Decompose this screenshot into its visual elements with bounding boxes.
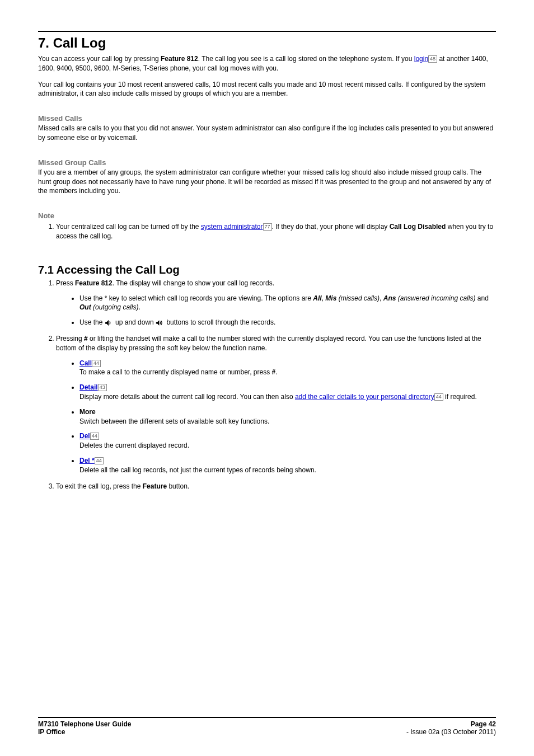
- footer-page-number: Page 42: [471, 720, 496, 728]
- login-link[interactable]: login: [414, 55, 428, 63]
- heading-accessing: 7.1 Accessing the Call Log: [38, 264, 496, 276]
- footer-product: IP Office: [38, 728, 65, 736]
- text: To make a call to the currently displaye…: [79, 368, 272, 376]
- text: or lifting the handset will make a call …: [56, 335, 481, 352]
- text: . The call log you see is a call log sto…: [198, 55, 414, 63]
- text: buttons to scroll through the records.: [165, 318, 275, 326]
- text: Press: [56, 279, 75, 287]
- feature-812: Feature 812: [75, 279, 113, 287]
- function-detail: Detail43 Display more details about the …: [79, 383, 496, 402]
- step-3: To exit the call log, press the Feature …: [56, 482, 496, 491]
- opt-out-desc: (outgoing calls): [91, 303, 139, 311]
- call-ref[interactable]: 44: [92, 360, 101, 367]
- steps-list: Press Feature 812. The display will chan…: [38, 279, 496, 491]
- del-star-link[interactable]: Del *: [79, 457, 95, 464]
- step-1: Press Feature 812. The display will chan…: [56, 279, 496, 327]
- step2-functions: Call44 To make a call to the currently d…: [56, 359, 496, 475]
- page-content: 7. Call Log You can access your call log…: [0, 0, 534, 491]
- del-ref[interactable]: 44: [90, 433, 99, 440]
- text: Delete all the call log records, not jus…: [79, 466, 316, 474]
- login-page-ref[interactable]: 48: [428, 55, 437, 63]
- page-footer: M7310 Telephone User Guide Page 42 IP Of…: [38, 717, 496, 736]
- call-log-disabled: Call Log Disabled: [390, 223, 446, 231]
- footer-guide-title: M7310 Telephone User Guide: [38, 720, 132, 728]
- missed-group-body: If you are a member of any groups, the s…: [38, 168, 496, 196]
- opt-ans: Ans: [383, 294, 396, 302]
- step1-bullet-options: Use the * key to select which call log r…: [79, 294, 496, 313]
- detail-ref[interactable]: 43: [98, 384, 107, 391]
- feature-812: Feature 812: [161, 55, 198, 63]
- detail-link[interactable]: Detail: [79, 383, 98, 391]
- text: and: [475, 294, 488, 302]
- del-link[interactable]: Del: [79, 432, 90, 440]
- missed-calls-body: Missed calls are calls to you that you d…: [38, 124, 496, 143]
- feature-button: Feature: [143, 482, 167, 490]
- function-call: Call44 To make a call to the currently d…: [79, 359, 496, 378]
- text: button.: [167, 482, 189, 490]
- note-title: Note: [38, 212, 496, 220]
- opt-all: All: [313, 294, 321, 302]
- opt-mis-desc: (missed calls): [336, 294, 380, 302]
- step-2: Pressing # or lifting the handset will m…: [56, 334, 496, 475]
- text: ,: [380, 294, 383, 302]
- missed-calls-title: Missed Calls: [38, 114, 496, 123]
- note-item-1: Your centralized call log can be turned …: [56, 222, 496, 241]
- volume-down-icon: [105, 320, 114, 326]
- text: To exit the call log, press the: [56, 482, 143, 490]
- text: .: [138, 303, 140, 311]
- top-rule: [38, 31, 496, 32]
- step1-bullet-scroll: Use the up and down buttons to scroll th…: [79, 318, 496, 327]
- text: You can access your call log by pressing: [38, 55, 161, 63]
- footer-issue-date: - Issue 02a (03 October 2011): [406, 728, 496, 736]
- text: Your centralized call log can be turned …: [56, 223, 201, 231]
- text: up and down: [114, 318, 156, 326]
- function-del: Del44 Deletes the current displayed reco…: [79, 431, 496, 450]
- intro-paragraph-1: You can access your call log by pressing…: [38, 54, 496, 73]
- add-directory-ref[interactable]: 44: [434, 393, 443, 401]
- text: if required.: [443, 393, 477, 401]
- more-label: More: [79, 408, 96, 416]
- step1-bullets: Use the * key to select which call log r…: [56, 294, 496, 327]
- call-link[interactable]: Call: [79, 359, 92, 367]
- text: Deletes the current displayed record.: [79, 442, 189, 449]
- volume-up-icon: [156, 320, 165, 326]
- text: .: [275, 368, 277, 376]
- opt-out: Out: [79, 303, 91, 311]
- del-star-ref[interactable]: 44: [95, 457, 104, 464]
- intro-paragraph-2: Your call log contains your 10 most rece…: [38, 80, 496, 99]
- opt-ans-desc: (answered incoming calls): [396, 294, 475, 302]
- heading-call-log: 7. Call Log: [38, 35, 496, 51]
- opt-mis: Mis: [325, 294, 336, 302]
- missed-group-title: Missed Group Calls: [38, 158, 496, 167]
- note-list: Your centralized call log can be turned …: [38, 222, 496, 241]
- text: Use the: [79, 318, 105, 326]
- text: Pressing: [56, 335, 84, 342]
- text: . The display will change to show your c…: [113, 279, 274, 287]
- text: Switch between the different sets of ava…: [79, 417, 269, 425]
- add-directory-link[interactable]: add the caller details to your personal …: [295, 393, 434, 401]
- text: Use the * key to select which call log r…: [79, 294, 313, 302]
- function-more: More Switch between the different sets o…: [79, 407, 496, 426]
- system-admin-link[interactable]: system administrator: [201, 223, 263, 231]
- system-admin-ref[interactable]: 77: [263, 223, 272, 231]
- text: . If they do that, your phone will displ…: [272, 223, 390, 231]
- text: Display more details about the current c…: [79, 393, 295, 401]
- function-del-star: Del *44 Delete all the call log records,…: [79, 456, 496, 475]
- hash-key: #: [84, 335, 88, 342]
